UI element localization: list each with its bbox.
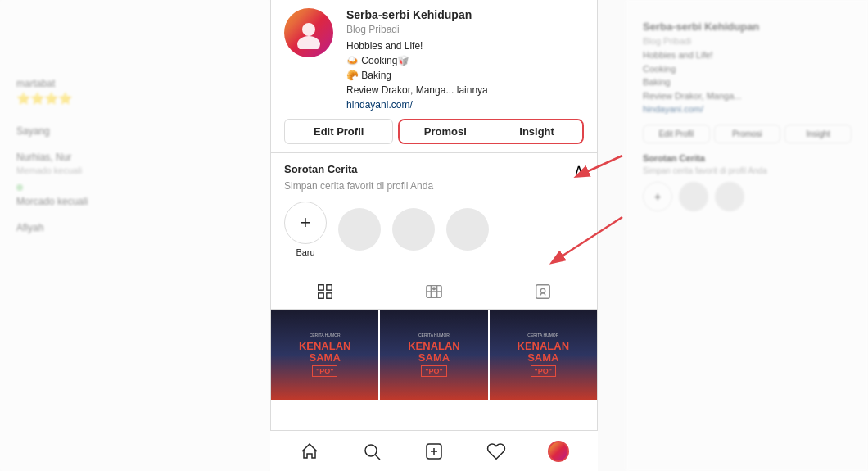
profile-header: Serba-serbi Kehidupan Blog Pribadi Hobbi… xyxy=(284,8,584,111)
highlights-row: + Baru xyxy=(284,202,584,257)
post-3-main: KENALANSAMA xyxy=(518,341,570,365)
right-add-circle: + xyxy=(643,182,672,211)
sorotan-desc: Simpan cerita favorit di profil Anda xyxy=(284,180,584,192)
sorotan-title: Sorotan Cerita xyxy=(284,163,358,175)
svg-rect-5 xyxy=(327,293,332,298)
svg-rect-2 xyxy=(319,285,323,290)
post-2-sub: "PO" xyxy=(421,365,447,377)
svg-rect-4 xyxy=(319,293,323,298)
status-dot xyxy=(16,184,23,191)
nav-heart[interactable] xyxy=(481,437,511,466)
right-circle-1 xyxy=(679,182,708,211)
svg-line-11 xyxy=(376,455,381,460)
bio-line3: 🥐 Baking xyxy=(346,68,584,83)
right-edit-btn: Edit Profil xyxy=(643,125,710,143)
highlight-add-label: Baru xyxy=(296,247,314,257)
highlight-add[interactable]: + Baru xyxy=(284,202,327,257)
profile-bio: Hobbies and Life! 🍛 Cooking🥡 🥐 Baking Re… xyxy=(346,38,584,97)
post-1-top: CERITA HUMOR xyxy=(310,333,341,337)
edit-profile-button[interactable]: Edit Profil xyxy=(284,119,393,144)
nav-search[interactable] xyxy=(357,437,387,466)
nav-profile[interactable] xyxy=(544,437,573,466)
tab-tagged-icon[interactable] xyxy=(532,281,554,302)
left-blurred-panel: martabat ⭐⭐⭐⭐ Sayang Nurhias, Nur Memado… xyxy=(0,0,270,471)
highlight-circle-1 xyxy=(338,208,381,251)
post-3-sub: "PO" xyxy=(531,365,557,377)
bio-line4: Review Drakor, Manga... lainnya xyxy=(346,83,584,97)
svg-point-10 xyxy=(365,445,377,456)
avatar-area xyxy=(284,8,333,57)
right-sorotan-desc: Simpan cerita favorit di profil Anda xyxy=(643,166,852,175)
profile-subtitle: Blog Pribadi xyxy=(346,24,584,35)
profile-name: Serba-serbi Kehidupan xyxy=(346,8,584,21)
post-2[interactable]: CERITA HUMOR KENALANSAMA "PO" xyxy=(380,310,487,400)
left-user-3: Nurhias, Nur xyxy=(16,152,254,163)
sorotan-chevron: ∧ xyxy=(574,161,584,177)
promosi-button[interactable]: Promosi xyxy=(400,120,491,143)
avatar xyxy=(284,8,333,57)
profile-link[interactable]: hindayani.com/ xyxy=(346,99,584,111)
insight-button[interactable]: Insight xyxy=(491,120,582,143)
left-rating: ⭐⭐⭐⭐ xyxy=(16,92,254,105)
left-comment: Memado kecuali xyxy=(16,165,254,175)
tab-icons-row xyxy=(271,274,597,310)
post-2-top: CERITA HUMOR xyxy=(418,333,450,337)
left-user-1: martabat xyxy=(16,78,254,89)
right-sorotan-title: Sorotan Cerita xyxy=(643,153,852,163)
post-1-sub: "PO" xyxy=(312,365,338,377)
highlight-circle-3 xyxy=(446,208,489,251)
svg-rect-3 xyxy=(327,285,332,290)
profile-section: Serba-serbi Kehidupan Blog Pribadi Hobbi… xyxy=(271,0,597,111)
posts-grid: CERITA HUMOR KENALANSAMA "PO" CERITA HUM… xyxy=(271,310,597,400)
action-buttons: Edit Profil Promosi Insight xyxy=(284,119,584,144)
svg-point-9 xyxy=(540,288,545,293)
post-3[interactable]: CERITA HUMOR KENALANSAMA "PO" xyxy=(490,310,597,400)
svg-point-7 xyxy=(433,288,436,290)
sorotan-header: Sorotan Cerita ∧ xyxy=(284,161,584,177)
right-sub: Blog Pribadi xyxy=(643,36,852,46)
left-user-2: Sayang xyxy=(16,125,254,137)
svg-rect-8 xyxy=(536,285,549,299)
right-circle-2 xyxy=(715,182,744,211)
highlight-add-circle[interactable]: + xyxy=(284,202,327,244)
post-1[interactable]: CERITA HUMOR KENALANSAMA "PO" xyxy=(271,310,378,400)
right-insight-btn: Insight xyxy=(784,125,852,143)
post-3-top: CERITA HUMOR xyxy=(527,333,558,337)
right-blurred-panel: Serba-serbi Kehidupan Blog Pribadi Hobbi… xyxy=(626,0,868,471)
post-1-main: KENALANSAMA xyxy=(299,341,351,365)
bio-line2: 🍛 Cooking🥡 xyxy=(346,53,584,68)
right-buttons: Edit Profil Promosi Insight xyxy=(643,125,852,143)
nav-add[interactable] xyxy=(419,437,449,466)
profile-info: Serba-serbi Kehidupan Blog Pribadi Hobbi… xyxy=(346,8,584,111)
tab-grid-icon[interactable] xyxy=(314,281,336,302)
right-name: Serba-serbi Kehidupan xyxy=(643,20,852,33)
highlight-box: Promosi Insight xyxy=(398,119,584,144)
tab-reels-icon[interactable] xyxy=(423,281,445,302)
right-highlight-row: + xyxy=(643,182,852,211)
nav-avatar xyxy=(548,441,569,462)
right-promosi-btn: Promosi xyxy=(714,125,781,143)
sorotan-section: Sorotan Cerita ∧ Simpan cerita favorit d… xyxy=(271,152,597,265)
bio-line1: Hobbies and Life! xyxy=(346,38,584,53)
post-2-main: KENALANSAMA xyxy=(408,341,460,365)
right-bio: Hobbies and Life! Cooking Baking Review … xyxy=(643,48,852,116)
svg-point-1 xyxy=(297,36,320,49)
svg-point-0 xyxy=(302,23,315,36)
left-user-4: Morcado kecuali xyxy=(16,196,254,207)
left-user-5: Afiyah xyxy=(16,222,254,233)
phone-container: Serba-serbi Kehidupan Blog Pribadi Hobbi… xyxy=(270,0,598,471)
highlight-circle-2 xyxy=(392,208,435,251)
nav-home[interactable] xyxy=(295,437,324,466)
bottom-nav xyxy=(270,430,598,471)
